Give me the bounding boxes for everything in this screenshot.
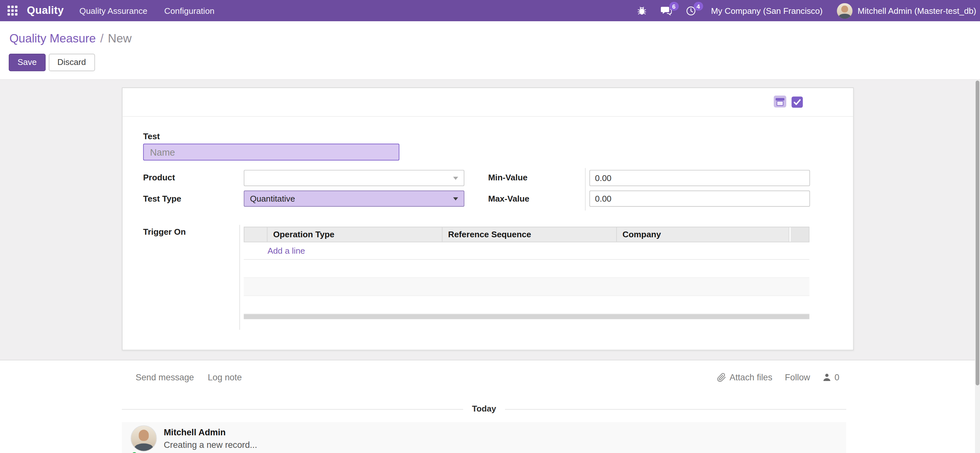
follow-button[interactable]: Follow	[785, 372, 810, 382]
apps-menu-icon[interactable]	[7, 5, 18, 16]
breadcrumb-separator: /	[100, 32, 103, 45]
trigger-on-table: Operation Type Reference Sequence Compan…	[244, 226, 810, 319]
table-row: Add a line	[244, 242, 810, 260]
company-switcher[interactable]: My Company (San Francisco)	[703, 6, 831, 15]
test-name-input[interactable]	[143, 144, 399, 160]
table-row	[244, 260, 810, 278]
debug-bug-icon[interactable]	[630, 0, 654, 21]
user-menu[interactable]: Mitchell Admin (Master-test_db)	[831, 3, 980, 19]
message-avatar	[130, 425, 157, 452]
menu-quality-assurance[interactable]: Quality Assurance	[80, 6, 147, 15]
add-a-line-link[interactable]: Add a line	[267, 246, 305, 255]
followers-button[interactable]: 0	[822, 372, 839, 382]
page: Quality Quality Assurance Configuration …	[0, 0, 980, 453]
chatter-actions: Attach files Follow 0	[717, 372, 839, 382]
min-value-label: Min-Value	[488, 173, 527, 182]
followers-count: 0	[835, 372, 839, 382]
log-note-button[interactable]: Log note	[208, 372, 242, 382]
content-area: Test Product Test Type Quantitative Min-…	[0, 80, 980, 360]
test-type-value: Quantitative	[250, 194, 295, 203]
control-panel-buttons: Save Discard	[9, 54, 95, 71]
person-icon	[822, 373, 831, 382]
product-select[interactable]	[244, 170, 465, 186]
product-label: Product	[143, 173, 175, 182]
table-row	[244, 296, 810, 314]
column-actions	[789, 227, 809, 242]
min-value-input[interactable]	[589, 170, 810, 186]
top-navbar: Quality Quality Assurance Configuration …	[0, 0, 980, 21]
menu-configuration[interactable]: Configuration	[164, 6, 215, 15]
systray: 6 4 My Company (San Francisco) Mitchell …	[630, 0, 980, 21]
table-row	[244, 278, 810, 296]
chevron-down-icon	[453, 176, 458, 180]
paperclip-icon	[717, 373, 727, 382]
column-company: Company	[617, 227, 789, 242]
column-handle	[245, 227, 268, 242]
online-status-dot	[130, 451, 138, 453]
chevron-down-icon	[453, 197, 458, 200]
message-author: Mitchell Admin	[164, 427, 226, 437]
sheet-header-divider	[123, 116, 853, 117]
app-name[interactable]: Quality	[27, 5, 64, 17]
form-sheet: Test Product Test Type Quantitative Min-…	[122, 87, 854, 350]
test-label: Test	[143, 132, 160, 141]
group-separator-line	[239, 225, 240, 329]
activities-icon[interactable]: 4	[679, 0, 703, 21]
message-body: Creating a new record...	[164, 440, 257, 450]
activities-badge: 4	[694, 2, 703, 11]
messages-badge: 6	[669, 2, 679, 11]
trigger-on-label: Trigger On	[143, 227, 186, 237]
send-message-button[interactable]: Send message	[136, 372, 194, 382]
column-operation-type: Operation Type	[267, 227, 442, 242]
save-button[interactable]: Save	[9, 54, 45, 71]
breadcrumb-parent-link[interactable]: Quality Measure	[10, 32, 96, 45]
attach-files-label: Attach files	[729, 372, 772, 382]
breadcrumb: Quality Measure/New	[10, 32, 132, 46]
vertical-scrollbar-thumb[interactable]	[975, 81, 979, 385]
chatter: Send message Log note Attach files Follo…	[0, 360, 980, 453]
vertical-scrollbar[interactable]	[975, 80, 980, 453]
attach-files-button[interactable]: Attach files	[717, 372, 773, 382]
archive-box-icon[interactable]	[773, 95, 787, 108]
date-divider: Today	[122, 404, 846, 413]
group-separator-line	[585, 168, 585, 211]
column-reference-sequence: Reference Sequence	[442, 227, 617, 242]
max-value-label: Max-Value	[488, 194, 529, 204]
breadcrumb-current: New	[108, 32, 132, 45]
messages-icon[interactable]: 6	[654, 0, 679, 21]
check-square-icon[interactable]	[791, 96, 803, 108]
follow-label: Follow	[785, 372, 810, 382]
user-avatar	[837, 3, 853, 19]
user-name: Mitchell Admin (Master-test_db)	[858, 6, 977, 15]
test-type-label: Test Type	[143, 194, 181, 204]
table-horizontal-scrollbar[interactable]	[244, 314, 810, 319]
test-type-select[interactable]: Quantitative	[244, 190, 465, 207]
chatter-topbar: Send message Log note Attach files Follo…	[136, 372, 839, 382]
chatter-message: Mitchell Admin Creating a new record...	[122, 422, 846, 453]
date-divider-label: Today	[463, 404, 505, 413]
table-header-row: Operation Type Reference Sequence Compan…	[244, 226, 810, 242]
max-value-input[interactable]	[589, 190, 810, 207]
control-panel: Quality Measure/New Save Discard	[0, 21, 980, 80]
discard-button[interactable]: Discard	[49, 54, 95, 71]
